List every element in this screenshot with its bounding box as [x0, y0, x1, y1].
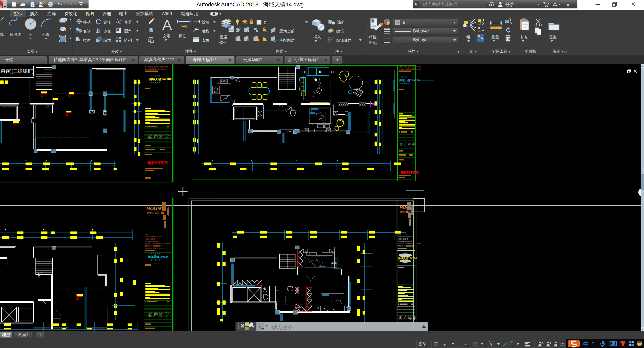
svg-text:1HHH436-4HHTHT: 1HHH436-4HHTHT [145, 240, 160, 242]
svg-text:HOGN°: HOGN° [146, 206, 163, 211]
svg-text:上海鸿境建筑装饰工程有限公司: 上海鸿境建筑装饰工程有限公司 [167, 204, 169, 216]
svg-text:中: 中 [583, 341, 589, 347]
svg-text:TTX0542-578 XXXX-801: TTX0542-578 XXXX-801 [399, 66, 421, 68]
svg-text:键入关键字或短语: 键入关键字或短语 [423, 2, 458, 7]
svg-text:登录: 登录 [505, 2, 514, 7]
svg-text:海域天镜14#104: 海域天镜14#104 [149, 77, 171, 81]
svg-text:海域天镜14#104: 海域天镜14#104 [399, 79, 420, 82]
svg-text:1HHH436-4HHTH: 1HHH436-4HHTH [398, 240, 412, 242]
svg-text:TTX0542-5785787Xt-801: TTX0542-5785787Xt-801 [145, 66, 168, 68]
svg-text:TTTTTTTT: TTTTTTTT [398, 234, 407, 235]
svg-text:TTX0543-5383876-901: TTX0543-5383876-901 [145, 245, 163, 247]
svg-text:TTX0542-638588 0512-5383: TTX0542-638588 0512-5383 [398, 243, 421, 245]
svg-text:E-mail HDGN@163.com: E-mail HDGN@163.com [145, 247, 165, 249]
svg-text:E-mail HDGN@163.com: E-mail HDGN@163.com [399, 68, 421, 70]
svg-text:海域天镜14#104: 海域天镜14#104 [148, 255, 169, 258]
svg-text:HHHHHHHT: HHHHHHHT [398, 238, 408, 240]
svg-text:~❦❧❦❧❦~: ~❦❧❦❧❦~ [150, 252, 162, 255]
svg-text:~❦❧❦❧~: ~❦❧❦❧~ [400, 76, 410, 78]
svg-text:°,: °, [592, 341, 596, 346]
svg-text:>_: >_ [259, 325, 264, 329]
svg-text:TTTTTTTT: TTTTTTTT [145, 234, 154, 235]
svg-text:键入命令: 键入命令 [271, 324, 293, 330]
svg-text:海域天镜14#104: 海域天镜14#104 [398, 257, 417, 260]
svg-text:模型: 模型 [418, 342, 427, 346]
svg-text:客户签字: 客户签字 [147, 134, 170, 140]
svg-text:上海鸿境建筑装饰工程有限公司: 上海鸿境建筑装饰工程有限公司 [411, 204, 413, 215]
svg-text:E-mail HDGN@163.com: E-mail HDGN@163.com [145, 68, 167, 70]
svg-text:HHHHHHHT: HHHHHHHT [145, 238, 155, 240]
svg-text:TTX0543-5383876-901: TTX0543-5383876-901 [398, 245, 416, 247]
svg-text:俯视][二维线框]: 俯视][二维线框] [1, 68, 34, 74]
svg-text:客户签字: 客户签字 [147, 312, 170, 317]
svg-text:纯境空间设计: 纯境空间设计 [147, 212, 159, 214]
svg-text:~❦❧❦❧❦~: ~❦❧❦❧❦~ [150, 259, 162, 261]
svg-text:~❦❧❦❧~: ~❦❧❦❧~ [400, 82, 410, 85]
svg-text:0: 0 [264, 20, 266, 25]
svg-text:»: » [567, 3, 569, 7]
svg-text:HHHHHH2704HH9H: HHHHHH2704HH9H [145, 236, 162, 238]
svg-text:TTX0542-6385878 0512-53838: TTX0542-6385878 0512-53838 [145, 243, 170, 245]
svg-text:一楼原始平面图: 一楼原始平面图 [398, 170, 419, 174]
svg-text:一楼原始平面图: 一楼原始平面图 [144, 161, 168, 165]
svg-text:~❦❧❦❧❦~: ~❦❧❦❧❦~ [150, 81, 162, 84]
svg-text:客户签字: 客户签字 [399, 316, 417, 320]
svg-text:1:1: 1:1 [560, 342, 565, 346]
svg-text:客户签字: 客户签字 [400, 142, 416, 146]
svg-text:~❦❧❦❧❦~: ~❦❧❦❧❦~ [150, 75, 162, 77]
